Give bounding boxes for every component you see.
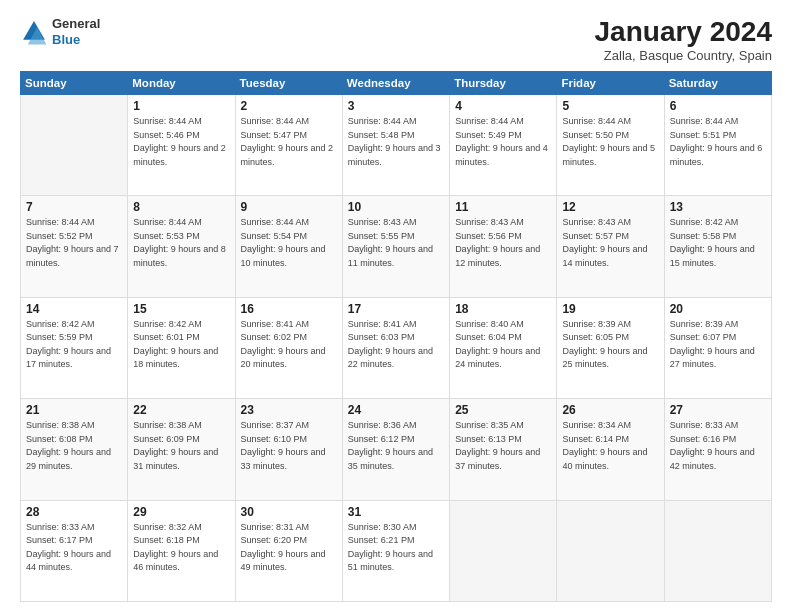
calendar-week-row: 7Sunrise: 8:44 AMSunset: 5:52 PMDaylight… (21, 196, 772, 297)
day-number: 20 (670, 302, 766, 316)
calendar-cell: 6Sunrise: 8:44 AMSunset: 5:51 PMDaylight… (664, 95, 771, 196)
calendar-cell: 23Sunrise: 8:37 AMSunset: 6:10 PMDayligh… (235, 399, 342, 500)
day-detail: Sunrise: 8:33 AMSunset: 6:17 PMDaylight:… (26, 521, 122, 575)
calendar-cell: 15Sunrise: 8:42 AMSunset: 6:01 PMDayligh… (128, 297, 235, 398)
day-number: 10 (348, 200, 444, 214)
calendar-header-row: SundayMondayTuesdayWednesdayThursdayFrid… (21, 72, 772, 95)
calendar-cell: 12Sunrise: 8:43 AMSunset: 5:57 PMDayligh… (557, 196, 664, 297)
day-detail: Sunrise: 8:33 AMSunset: 6:16 PMDaylight:… (670, 419, 766, 473)
calendar-cell: 26Sunrise: 8:34 AMSunset: 6:14 PMDayligh… (557, 399, 664, 500)
day-detail: Sunrise: 8:43 AMSunset: 5:57 PMDaylight:… (562, 216, 658, 270)
calendar-week-row: 1Sunrise: 8:44 AMSunset: 5:46 PMDaylight… (21, 95, 772, 196)
logo-blue: Blue (52, 32, 100, 48)
day-number: 23 (241, 403, 337, 417)
calendar-cell: 11Sunrise: 8:43 AMSunset: 5:56 PMDayligh… (450, 196, 557, 297)
calendar-cell: 17Sunrise: 8:41 AMSunset: 6:03 PMDayligh… (342, 297, 449, 398)
day-number: 3 (348, 99, 444, 113)
day-detail: Sunrise: 8:44 AMSunset: 5:52 PMDaylight:… (26, 216, 122, 270)
day-detail: Sunrise: 8:37 AMSunset: 6:10 PMDaylight:… (241, 419, 337, 473)
calendar-cell: 31Sunrise: 8:30 AMSunset: 6:21 PMDayligh… (342, 500, 449, 601)
calendar-cell: 2Sunrise: 8:44 AMSunset: 5:47 PMDaylight… (235, 95, 342, 196)
calendar-cell (21, 95, 128, 196)
calendar-cell: 9Sunrise: 8:44 AMSunset: 5:54 PMDaylight… (235, 196, 342, 297)
day-detail: Sunrise: 8:38 AMSunset: 6:08 PMDaylight:… (26, 419, 122, 473)
day-detail: Sunrise: 8:39 AMSunset: 6:07 PMDaylight:… (670, 318, 766, 372)
subtitle: Zalla, Basque Country, Spain (595, 48, 772, 63)
calendar-header-cell: Saturday (664, 72, 771, 95)
calendar-cell: 29Sunrise: 8:32 AMSunset: 6:18 PMDayligh… (128, 500, 235, 601)
calendar-cell (664, 500, 771, 601)
calendar-cell: 19Sunrise: 8:39 AMSunset: 6:05 PMDayligh… (557, 297, 664, 398)
day-number: 4 (455, 99, 551, 113)
calendar-header-cell: Sunday (21, 72, 128, 95)
day-detail: Sunrise: 8:44 AMSunset: 5:46 PMDaylight:… (133, 115, 229, 169)
calendar-cell: 25Sunrise: 8:35 AMSunset: 6:13 PMDayligh… (450, 399, 557, 500)
day-detail: Sunrise: 8:41 AMSunset: 6:02 PMDaylight:… (241, 318, 337, 372)
calendar-cell: 20Sunrise: 8:39 AMSunset: 6:07 PMDayligh… (664, 297, 771, 398)
title-block: January 2024 Zalla, Basque Country, Spai… (595, 16, 772, 63)
day-number: 1 (133, 99, 229, 113)
day-detail: Sunrise: 8:34 AMSunset: 6:14 PMDaylight:… (562, 419, 658, 473)
day-number: 29 (133, 505, 229, 519)
day-number: 7 (26, 200, 122, 214)
calendar-cell: 18Sunrise: 8:40 AMSunset: 6:04 PMDayligh… (450, 297, 557, 398)
day-detail: Sunrise: 8:44 AMSunset: 5:50 PMDaylight:… (562, 115, 658, 169)
day-detail: Sunrise: 8:42 AMSunset: 6:01 PMDaylight:… (133, 318, 229, 372)
calendar-cell: 10Sunrise: 8:43 AMSunset: 5:55 PMDayligh… (342, 196, 449, 297)
day-detail: Sunrise: 8:41 AMSunset: 6:03 PMDaylight:… (348, 318, 444, 372)
calendar-cell: 13Sunrise: 8:42 AMSunset: 5:58 PMDayligh… (664, 196, 771, 297)
logo-icon (20, 18, 48, 46)
day-number: 30 (241, 505, 337, 519)
day-number: 22 (133, 403, 229, 417)
calendar-header-cell: Thursday (450, 72, 557, 95)
day-detail: Sunrise: 8:44 AMSunset: 5:49 PMDaylight:… (455, 115, 551, 169)
day-detail: Sunrise: 8:38 AMSunset: 6:09 PMDaylight:… (133, 419, 229, 473)
day-detail: Sunrise: 8:44 AMSunset: 5:51 PMDaylight:… (670, 115, 766, 169)
calendar-cell (557, 500, 664, 601)
calendar-cell (450, 500, 557, 601)
calendar-header-cell: Tuesday (235, 72, 342, 95)
calendar-cell: 16Sunrise: 8:41 AMSunset: 6:02 PMDayligh… (235, 297, 342, 398)
calendar-body: 1Sunrise: 8:44 AMSunset: 5:46 PMDaylight… (21, 95, 772, 602)
day-number: 14 (26, 302, 122, 316)
day-detail: Sunrise: 8:32 AMSunset: 6:18 PMDaylight:… (133, 521, 229, 575)
day-number: 19 (562, 302, 658, 316)
logo-text: General Blue (52, 16, 100, 47)
header: General Blue January 2024 Zalla, Basque … (20, 16, 772, 63)
calendar-cell: 8Sunrise: 8:44 AMSunset: 5:53 PMDaylight… (128, 196, 235, 297)
calendar-cell: 5Sunrise: 8:44 AMSunset: 5:50 PMDaylight… (557, 95, 664, 196)
day-detail: Sunrise: 8:31 AMSunset: 6:20 PMDaylight:… (241, 521, 337, 575)
day-number: 5 (562, 99, 658, 113)
day-number: 8 (133, 200, 229, 214)
day-detail: Sunrise: 8:42 AMSunset: 5:58 PMDaylight:… (670, 216, 766, 270)
calendar-week-row: 14Sunrise: 8:42 AMSunset: 5:59 PMDayligh… (21, 297, 772, 398)
day-number: 13 (670, 200, 766, 214)
calendar-cell: 28Sunrise: 8:33 AMSunset: 6:17 PMDayligh… (21, 500, 128, 601)
day-detail: Sunrise: 8:40 AMSunset: 6:04 PMDaylight:… (455, 318, 551, 372)
logo-general: General (52, 16, 100, 32)
calendar-cell: 7Sunrise: 8:44 AMSunset: 5:52 PMDaylight… (21, 196, 128, 297)
day-number: 16 (241, 302, 337, 316)
calendar-cell: 24Sunrise: 8:36 AMSunset: 6:12 PMDayligh… (342, 399, 449, 500)
day-number: 6 (670, 99, 766, 113)
day-detail: Sunrise: 8:44 AMSunset: 5:48 PMDaylight:… (348, 115, 444, 169)
day-number: 24 (348, 403, 444, 417)
day-number: 28 (26, 505, 122, 519)
day-number: 21 (26, 403, 122, 417)
day-number: 11 (455, 200, 551, 214)
day-number: 17 (348, 302, 444, 316)
day-number: 9 (241, 200, 337, 214)
day-detail: Sunrise: 8:35 AMSunset: 6:13 PMDaylight:… (455, 419, 551, 473)
calendar-cell: 21Sunrise: 8:38 AMSunset: 6:08 PMDayligh… (21, 399, 128, 500)
calendar-table: SundayMondayTuesdayWednesdayThursdayFrid… (20, 71, 772, 602)
day-number: 26 (562, 403, 658, 417)
page: General Blue January 2024 Zalla, Basque … (0, 0, 792, 612)
calendar-cell: 4Sunrise: 8:44 AMSunset: 5:49 PMDaylight… (450, 95, 557, 196)
main-title: January 2024 (595, 16, 772, 48)
day-detail: Sunrise: 8:44 AMSunset: 5:47 PMDaylight:… (241, 115, 337, 169)
calendar-cell: 1Sunrise: 8:44 AMSunset: 5:46 PMDaylight… (128, 95, 235, 196)
day-number: 31 (348, 505, 444, 519)
calendar-week-row: 21Sunrise: 8:38 AMSunset: 6:08 PMDayligh… (21, 399, 772, 500)
calendar-cell: 3Sunrise: 8:44 AMSunset: 5:48 PMDaylight… (342, 95, 449, 196)
calendar-cell: 22Sunrise: 8:38 AMSunset: 6:09 PMDayligh… (128, 399, 235, 500)
